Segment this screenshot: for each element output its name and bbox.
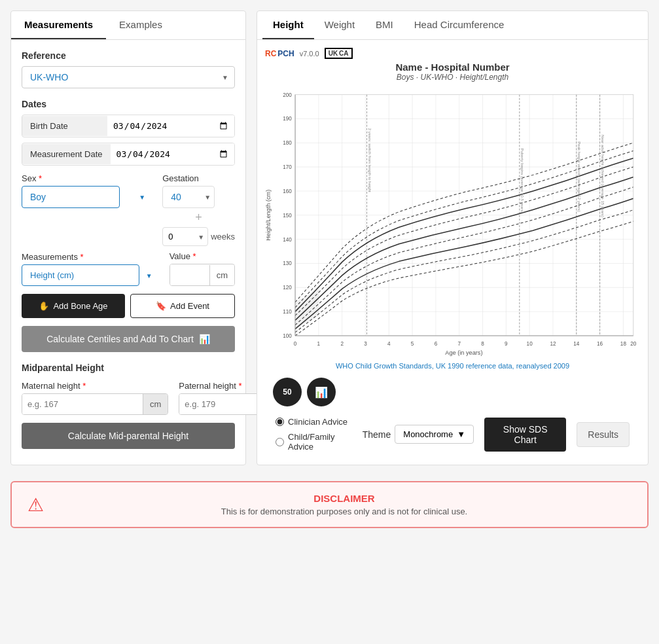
svg-text:12: 12: [550, 341, 556, 347]
measurements-row: Measurements * Height (cm) Weight (kg) B…: [22, 251, 235, 286]
disclaimer-text: DISCLAIMER This is for demonstration pur…: [57, 493, 632, 516]
version-label: v7.0.0: [300, 50, 319, 58]
measurements-field-label: Measurements *: [22, 252, 159, 262]
rcpch-logo: RCPCH: [265, 49, 294, 58]
birth-date-row: Birth Date: [22, 115, 235, 137]
chart-area: RCPCH v7.0.0 UKCA Name - Hospital Number…: [257, 40, 648, 465]
add-event-label: Add Event: [170, 301, 209, 311]
svg-text:190: 190: [283, 116, 292, 122]
height-inputs-row: Maternal height * cm Paternal height * c…: [22, 381, 235, 415]
svg-text:Near adult height achieved (av: Near adult height achieved (average 15 y…: [601, 135, 605, 217]
maternal-height-group: Maternal height * cm: [22, 381, 168, 415]
clinician-advice-radio[interactable]: Clinician Advice: [276, 417, 352, 427]
svg-text:5: 5: [411, 341, 414, 347]
theme-dropdown-button[interactable]: Monochrome ▼: [395, 425, 474, 444]
value-required: *: [193, 251, 196, 261]
show-sds-button[interactable]: Show SDS Chart: [484, 418, 566, 452]
chart-bar-button[interactable]: 📊: [307, 378, 336, 406]
svg-text:8: 8: [481, 341, 484, 347]
weeks-wrap: 0123456 weeks: [162, 227, 235, 246]
gestation-section: Gestation 40 2324252627 2829303132 33343…: [162, 173, 235, 246]
chart-tabs: Height Weight BMI Head Circumference: [257, 11, 648, 40]
chart-logos: RCPCH v7.0.0 UKCA: [265, 48, 640, 59]
left-panel: Measurements Examples Reference UK-WHO T…: [10, 10, 246, 465]
sex-select[interactable]: Boy Girl: [22, 186, 120, 208]
value-unit: cm: [209, 265, 234, 285]
svg-text:2 years: switch from length to: 2 years: switch from length to height: [368, 128, 372, 192]
reference-select-wrapper: UK-WHO Turner Trisomy 21: [22, 66, 235, 88]
calculate-centiles-button[interactable]: Calculate Centiles and Add To Chart 📊: [22, 326, 235, 352]
circle-50-icon: 50: [283, 387, 291, 397]
growth-chart-svg: 200 190 180 170 160 150 140 130 120 110 …: [265, 84, 640, 359]
svg-text:110: 110: [283, 309, 292, 315]
calculate-midparental-button[interactable]: Calculate Mid-parental Height: [22, 423, 235, 449]
dates-label: Dates: [22, 99, 235, 109]
reference-label: Reference: [22, 50, 235, 61]
advice-radio-group: Clinician Advice Child/Family Advice: [276, 417, 352, 452]
svg-text:6: 6: [435, 341, 438, 347]
warning-icon: ⚠: [27, 494, 44, 516]
maternal-required: *: [82, 381, 86, 391]
svg-text:160: 160: [283, 188, 292, 194]
maternal-height-input[interactable]: [22, 394, 143, 414]
svg-text:140: 140: [283, 237, 292, 243]
sex-select-wrapper: Boy Girl: [22, 186, 152, 208]
svg-text:10: 10: [527, 341, 533, 347]
chart-footer: WHO Child Growth Standards, UK 1990 refe…: [265, 362, 640, 370]
dates-section: Dates Birth Date Measurement Date: [22, 99, 235, 166]
svg-text:3: 3: [364, 341, 367, 347]
tab-measurements[interactable]: Measurements: [11, 11, 106, 39]
tab-examples[interactable]: Examples: [106, 11, 175, 39]
svg-text:180: 180: [283, 140, 292, 146]
family-advice-radio[interactable]: Child/Family Advice: [276, 432, 352, 452]
gestation-weeks-wrapper: 40 2324252627 2829303132 3334353637 3839…: [162, 186, 215, 208]
svg-text:7: 7: [457, 341, 461, 347]
gestation-weeks-select[interactable]: 40 2324252627 2829303132 3334353637 3839…: [162, 186, 215, 208]
value-section: Value * cm: [169, 251, 235, 286]
svg-text:200: 200: [283, 92, 292, 98]
svg-text:1: 1: [317, 341, 321, 347]
chart-tab-weight[interactable]: Weight: [314, 11, 365, 39]
calculate-centiles-label: Calculate Centiles and Add To Chart: [46, 334, 194, 344]
sex-section: Sex * Boy Girl: [22, 173, 152, 246]
action-buttons: ✋ Add Bone Age 🔖 Add Event: [22, 294, 235, 318]
measurement-date-input[interactable]: [111, 143, 234, 165]
chart-tab-bmi[interactable]: BMI: [365, 11, 404, 39]
chart-subtitle: Boys · UK-WHO · Height/Length: [265, 73, 640, 82]
measurements-select-wrapper: Height (cm) Weight (kg) BMI Head Circumf…: [22, 264, 159, 286]
bone-age-icon: ✋: [39, 301, 49, 311]
results-button[interactable]: Results: [577, 422, 630, 447]
reference-select[interactable]: UK-WHO Turner Trisomy 21: [22, 66, 235, 88]
chart-title: Name - Hospital Number: [265, 62, 640, 73]
weeks-extra-select[interactable]: 0123456: [162, 227, 208, 246]
chart-svg-container: 200 190 180 170 160 150 140 130 120 110 …: [265, 84, 640, 359]
bottom-controls: Clinician Advice Child/Family Advice The…: [265, 412, 640, 457]
svg-text:120: 120: [283, 285, 292, 291]
svg-text:18: 18: [620, 341, 627, 347]
plus-sign: +: [162, 211, 235, 224]
birth-date-label: Birth Date: [22, 116, 107, 136]
svg-text:150: 150: [283, 213, 292, 219]
value-field-label: Value *: [169, 251, 235, 261]
chart-tab-height[interactable]: Height: [262, 11, 314, 39]
midparental-title: Midparental Height: [22, 363, 235, 373]
weeks-label: weeks: [211, 232, 235, 241]
svg-text:9: 9: [505, 341, 508, 347]
svg-text:130: 130: [283, 261, 292, 267]
theme-label: Theme: [363, 429, 391, 440]
measurements-select[interactable]: Height (cm) Weight (kg) BMI Head Circumf…: [22, 264, 139, 286]
sex-label: Sex *: [22, 173, 152, 183]
chart-50-button[interactable]: 50: [273, 378, 302, 406]
birth-date-input[interactable]: [107, 115, 234, 137]
measurement-date-label: Measurement Date: [22, 144, 111, 164]
chart-tab-head[interactable]: Head Circumference: [404, 11, 515, 39]
sex-required: *: [39, 173, 42, 183]
theme-section: Theme Monochrome ▼: [363, 425, 474, 444]
gestation-label: Gestation: [162, 173, 235, 183]
svg-text:Age (in years): Age (in years): [445, 349, 482, 356]
svg-text:100: 100: [283, 333, 292, 339]
add-event-button[interactable]: 🔖 Add Event: [130, 294, 235, 318]
right-panel: Height Weight BMI Head Circumference RCP…: [257, 10, 649, 465]
add-bone-age-button[interactable]: ✋ Add Bone Age: [22, 294, 125, 318]
value-input[interactable]: [170, 264, 209, 285]
